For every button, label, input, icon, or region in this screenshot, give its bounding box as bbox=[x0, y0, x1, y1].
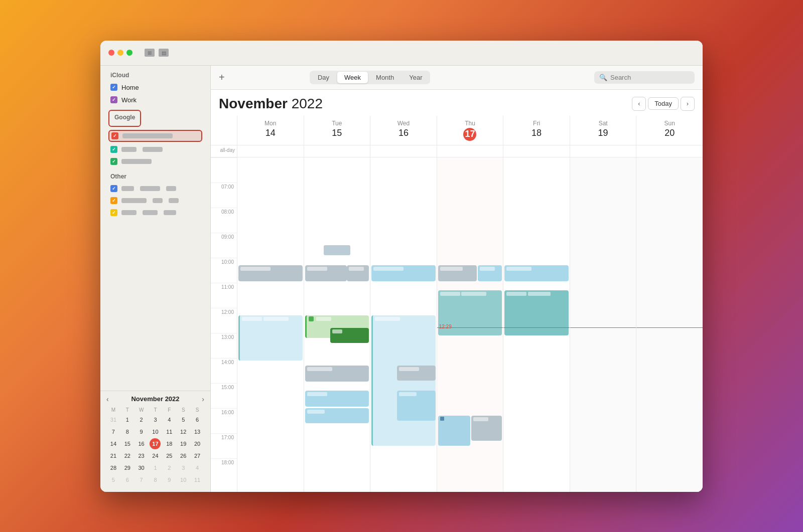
prev-week-button[interactable]: ‹ bbox=[632, 97, 646, 111]
mini-day-1[interactable]: 1 bbox=[122, 414, 133, 425]
mini-day-13[interactable]: 13 bbox=[192, 426, 203, 437]
mini-day-21[interactable]: 21 bbox=[108, 450, 119, 461]
mini-day-5[interactable]: 5 bbox=[178, 414, 189, 425]
minimize-button[interactable] bbox=[117, 50, 123, 56]
sidebar-item-other-3[interactable]: ✓ bbox=[108, 207, 202, 218]
calendar-grid-icon[interactable]: ⊞ bbox=[145, 49, 155, 57]
search-box: 🔍 bbox=[594, 71, 695, 84]
today-button[interactable]: Today bbox=[648, 97, 679, 110]
mini-day-28[interactable]: 28 bbox=[108, 462, 119, 473]
mini-day-10[interactable]: 10 bbox=[150, 426, 161, 437]
mini-cal-next-button[interactable]: › bbox=[202, 395, 204, 403]
event-tue-1400[interactable] bbox=[305, 366, 369, 382]
mini-day-dec-10[interactable]: 10 bbox=[178, 474, 189, 485]
mini-day-dec-11[interactable]: 11 bbox=[192, 474, 203, 485]
mini-day-18[interactable]: 18 bbox=[164, 438, 175, 449]
mini-day-20[interactable]: 20 bbox=[192, 438, 203, 449]
checkbox-other-3[interactable]: ✓ bbox=[110, 209, 117, 216]
mini-day-11[interactable]: 11 bbox=[164, 426, 175, 437]
mini-day-23[interactable]: 23 bbox=[136, 450, 147, 461]
mini-day-6[interactable]: 6 bbox=[192, 414, 203, 425]
calendar-year: 2022 bbox=[292, 96, 323, 111]
sidebar-item-google-2[interactable]: ✓ bbox=[108, 144, 202, 155]
mini-day-15[interactable]: 15 bbox=[122, 438, 133, 449]
event-wed-1400[interactable] bbox=[397, 366, 436, 381]
event-thu-1600b[interactable] bbox=[471, 416, 502, 441]
mini-day-26[interactable]: 26 bbox=[178, 450, 189, 461]
event-mon-1000[interactable] bbox=[238, 265, 303, 281]
event-thu-1000b[interactable] bbox=[478, 265, 502, 281]
mini-day-3[interactable]: 3 bbox=[150, 414, 161, 425]
sidebar-item-other-1[interactable]: ✓ bbox=[108, 183, 202, 194]
time-slot-1600: 16:00 bbox=[211, 408, 237, 433]
event-tue-930[interactable] bbox=[324, 245, 350, 255]
mini-cal-prev-button[interactable]: ‹ bbox=[106, 395, 109, 403]
event-wed-1000[interactable] bbox=[371, 265, 436, 281]
sidebar-item-google-3[interactable]: ✓ bbox=[108, 156, 202, 167]
mini-day-4[interactable]: 4 bbox=[164, 414, 175, 425]
sidebar-item-home[interactable]: ✓ Home bbox=[108, 82, 202, 93]
tab-week[interactable]: Week bbox=[337, 72, 368, 83]
mini-day-24[interactable]: 24 bbox=[150, 450, 161, 461]
close-button[interactable] bbox=[108, 50, 114, 56]
mini-day-dec-1[interactable]: 1 bbox=[150, 462, 161, 473]
google-item-2b bbox=[143, 147, 163, 152]
mini-day-31[interactable]: 31 bbox=[108, 414, 119, 425]
event-fri-1000[interactable] bbox=[504, 265, 569, 281]
mini-day-dec-9[interactable]: 9 bbox=[164, 474, 175, 485]
tab-year[interactable]: Year bbox=[402, 72, 429, 83]
mini-day-8[interactable]: 8 bbox=[122, 426, 133, 437]
mini-day-16[interactable]: 16 bbox=[136, 438, 147, 449]
checkbox-google-main[interactable]: ✓ bbox=[111, 132, 118, 139]
mini-day-dec-6[interactable]: 6 bbox=[122, 474, 133, 485]
search-input[interactable] bbox=[610, 74, 681, 81]
sidebar-item-work[interactable]: ✓ Work bbox=[108, 94, 202, 106]
event-thu-1000[interactable] bbox=[438, 265, 477, 281]
mini-day-27[interactable]: 27 bbox=[192, 450, 203, 461]
mini-day-29[interactable]: 29 bbox=[122, 462, 133, 473]
mini-day-7[interactable]: 7 bbox=[108, 426, 119, 437]
fullscreen-button[interactable] bbox=[126, 50, 132, 56]
event-fri-1100[interactable] bbox=[504, 290, 569, 335]
sidebar-item-google-main[interactable]: ✓ bbox=[108, 130, 202, 142]
mini-day-9[interactable]: 9 bbox=[136, 426, 147, 437]
checkbox-other-1[interactable]: ✓ bbox=[110, 185, 117, 192]
add-event-button[interactable]: + bbox=[219, 72, 225, 82]
day-col-mon bbox=[237, 157, 304, 492]
checkbox-google-2[interactable]: ✓ bbox=[110, 146, 117, 153]
event-tue-1000b[interactable] bbox=[347, 265, 369, 281]
next-week-button[interactable]: › bbox=[681, 97, 695, 111]
tab-day[interactable]: Day bbox=[311, 72, 336, 83]
checkbox-other-2[interactable]: ✓ bbox=[110, 197, 117, 204]
event-tue-1000[interactable] bbox=[305, 265, 347, 281]
event-tue-1500b[interactable] bbox=[305, 408, 369, 423]
mini-day-dec-2[interactable]: 2 bbox=[164, 462, 175, 473]
tab-month[interactable]: Month bbox=[369, 72, 401, 83]
checkbox-google-3[interactable]: ✓ bbox=[110, 158, 117, 165]
mini-day-17-today[interactable]: 17 bbox=[150, 438, 161, 449]
mini-day-2[interactable]: 2 bbox=[136, 414, 147, 425]
event-wed-1500[interactable] bbox=[397, 391, 436, 421]
event-tue-1230[interactable] bbox=[330, 328, 369, 343]
mini-day-12[interactable]: 12 bbox=[178, 426, 189, 437]
event-wed-1230[interactable] bbox=[371, 315, 436, 446]
mini-day-dec-5[interactable]: 5 bbox=[108, 474, 119, 485]
mini-day-25[interactable]: 25 bbox=[164, 450, 175, 461]
mini-day-dec-7[interactable]: 7 bbox=[136, 474, 147, 485]
inbox-icon[interactable]: ▤ bbox=[159, 49, 169, 57]
mini-day-dec-3[interactable]: 3 bbox=[178, 462, 189, 473]
mini-day-dec-8[interactable]: 8 bbox=[150, 474, 161, 485]
day-header-t2: T bbox=[149, 406, 163, 414]
event-mon-1230[interactable] bbox=[238, 315, 303, 361]
mini-day-dec-4[interactable]: 4 bbox=[192, 462, 203, 473]
sidebar-item-other-2[interactable]: ✓ bbox=[108, 195, 202, 206]
mini-day-14[interactable]: 14 bbox=[108, 438, 119, 449]
day-header-sat: Sat 19 bbox=[570, 116, 636, 145]
event-tue-1500[interactable] bbox=[305, 391, 369, 407]
mini-day-22[interactable]: 22 bbox=[122, 450, 133, 461]
mini-day-30[interactable]: 30 bbox=[136, 462, 147, 473]
mini-day-19[interactable]: 19 bbox=[178, 438, 189, 449]
checkbox-work[interactable]: ✓ bbox=[110, 96, 117, 103]
checkbox-home[interactable]: ✓ bbox=[110, 84, 117, 91]
event-thu-1600[interactable] bbox=[438, 416, 470, 446]
